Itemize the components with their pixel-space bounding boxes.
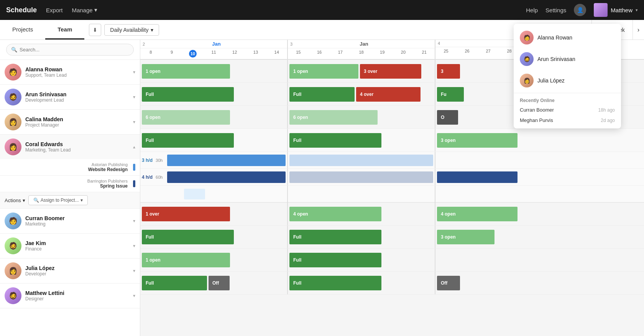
member-section-julia: 👩 Julia López Developer ▾ — [0, 259, 140, 283]
avatar-jae: 🧔 — [5, 237, 21, 254]
member-row-arun[interactable]: 🧔 Arun Srinivasan Development Lead ▾ — [0, 85, 140, 109]
coral-w2-bar: Full — [289, 133, 381, 148]
project-dot-1 — [133, 164, 135, 171]
member-row-matthew[interactable]: 🧔 Matthew Lettini Designer ▾ — [0, 283, 140, 308]
coral-avail-w1-bar — [184, 189, 205, 199]
jae-w1-bar: Full — [142, 230, 234, 244]
manage-link[interactable]: Manage ▾ — [72, 7, 97, 13]
member-row-julia[interactable]: 👩 Julia López Developer ▾ — [0, 259, 140, 283]
week1-number: 2 — [143, 42, 145, 46]
member-chevron-calina: ▾ — [133, 119, 135, 125]
member-role-coral: Marketing, Team Lead — [25, 147, 129, 153]
curran-week1: 1 over — [140, 203, 288, 225]
member-name-curran: Curran Boomer — [25, 215, 129, 221]
dropdown-user-arun[interactable]: 🧔 Arun Srinivasan — [514, 48, 621, 70]
coral-spring-w1-label: 4 h/d — [142, 175, 153, 180]
cal-row-curran: 1 over 4 open 4 open — [140, 203, 644, 226]
coral-website-week1: 3 h/d 30h — [140, 152, 288, 168]
member-info-alanna: Alanna Rowan Support, Team Lead — [25, 66, 129, 78]
day-16: 16 — [309, 48, 330, 56]
sub-nav-middle: ⬇ Daily Availability ▾ — [84, 24, 164, 36]
calina-w2-bar: 6 open — [289, 110, 378, 125]
cal-row-coral-avail — [140, 186, 644, 203]
member-chevron-coral: ▴ — [133, 144, 135, 150]
coral-avail-week2 — [288, 186, 435, 202]
member-section-jae: 🧔 Jae Kim Finance ▾ — [0, 234, 140, 259]
member-chevron-jae: ▾ — [133, 243, 135, 249]
curran-w3-bar: 4 open — [437, 207, 518, 221]
day-9: 9 — [161, 48, 182, 59]
member-role-jae: Finance — [25, 246, 129, 252]
cal-row-coral-main: Full Full 3 open — [140, 129, 644, 152]
settings-link[interactable]: Settings — [545, 7, 566, 13]
dropdown-recent-curran[interactable]: Curran Boomer 18h ago — [514, 105, 621, 115]
availability-chevron-icon: ▾ — [151, 27, 153, 33]
availability-button[interactable]: Daily Availability ▾ — [104, 24, 159, 36]
day-20: 20 — [393, 48, 414, 56]
dropdown-name-arun: Arun Srinivasan — [537, 56, 575, 62]
coral-w3-bar: 3 open — [437, 133, 518, 148]
week3-days: 25 26 27 28 — [435, 47, 520, 55]
help-link[interactable]: Help — [526, 7, 538, 13]
curran-week3: 4 open — [435, 203, 520, 225]
tab-projects[interactable]: Projects — [0, 20, 45, 40]
avatar-arun: 🧔 — [5, 89, 21, 105]
member-info-arun: Arun Srinivasan Development Lead — [25, 91, 129, 103]
julia-w2-bar: Full — [289, 253, 381, 267]
project-name-1: Website Redesign — [23, 167, 128, 172]
project-name-2: Spring Issue — [23, 183, 128, 189]
dropdown-user-julia[interactable]: 👩 Julia López — [514, 70, 621, 91]
user-dropdown: 🧑 Alanna Rowan 🧔 Arun Srinivasan 👩 Julia… — [514, 24, 621, 128]
member-row-curran[interactable]: 🧑 Curran Boomer Marketing ▾ — [0, 209, 140, 233]
calina-week3: O — [435, 106, 520, 128]
member-section-matthew: 🧔 Matthew Lettini Designer ▾ — [0, 283, 140, 308]
dropdown-recent-name-meghan: Meghan Purvis — [520, 117, 553, 123]
calina-week1: 6 open — [140, 106, 288, 128]
tab-team[interactable]: Team — [45, 20, 84, 40]
dropdown-user-alanna[interactable]: 🧑 Alanna Rowan — [514, 27, 621, 48]
assign-chevron-icon: ▾ — [80, 198, 83, 203]
member-section-alanna: 🧑 Alanna Rowan Support, Team Lead ▾ — [0, 60, 140, 85]
member-info-curran: Curran Boomer Marketing — [25, 215, 129, 227]
member-row-alanna[interactable]: 🧑 Alanna Rowan Support, Team Lead ▾ — [0, 60, 140, 84]
user-menu[interactable]: Matthew ▾ — [594, 3, 638, 17]
project-company-2: Barrington Publishers — [23, 179, 128, 183]
export-link[interactable]: Export — [46, 7, 62, 13]
arun-week2: Full 4 over — [288, 83, 435, 105]
dropdown-recently-online-title: Recently Online — [514, 95, 621, 105]
member-chevron-alanna: ▾ — [133, 69, 135, 75]
member-row-jae[interactable]: 🧔 Jae Kim Finance ▾ — [0, 234, 140, 258]
dropdown-recent-meghan[interactable]: Meghan Purvis 2d ago — [514, 115, 621, 125]
search-input[interactable] — [20, 47, 129, 53]
member-name-julia: Julia López — [25, 265, 129, 271]
availability-label: Daily Availability — [110, 27, 148, 33]
coral-avail-week3 — [435, 186, 520, 202]
member-info-coral: Coral Edwards Marketing, Team Lead — [25, 141, 129, 153]
member-name-matthew: Matthew Lettini — [25, 290, 129, 296]
user-icon[interactable]: 👤 — [574, 4, 586, 16]
sidebar: 🔍 🧑 Alanna Rowan Support, Team Lead ▾ 🧔 … — [0, 40, 140, 336]
alanna-w2b-bar: 3 over — [360, 64, 421, 79]
member-info-julia: Julia López Developer — [25, 265, 129, 277]
collapse-button[interactable]: ⬇ — [89, 24, 101, 36]
next-week-button[interactable]: › — [632, 20, 644, 40]
week3-number: 4 — [438, 41, 440, 46]
member-row-calina[interactable]: 👩 Calina Madden Project Manager ▾ — [0, 110, 140, 134]
member-name-arun: Arun Srinivasan — [25, 91, 129, 97]
coral-spring-w2-bar — [289, 171, 433, 183]
project-dot-2 — [133, 180, 135, 187]
member-role-matthew: Designer — [25, 296, 129, 301]
week2-number: 3 — [290, 42, 292, 46]
member-role-arun: Development Lead — [25, 97, 129, 103]
member-row-coral[interactable]: 👩 Coral Edwards Marketing, Team Lead ▴ — [0, 135, 140, 159]
day-21: 21 — [414, 48, 435, 56]
assign-button[interactable]: 🔍 Assign to Project... ▾ — [28, 195, 88, 205]
avatar-matthew: 🧔 — [5, 287, 21, 304]
search-icon: 🔍 — [11, 47, 17, 53]
cal-row-coral-spring: 4 h/d 60h — [140, 169, 644, 186]
actions-button[interactable]: Actions ▾ — [5, 198, 25, 203]
jae-week2: Full — [288, 226, 435, 248]
member-role-curran: Marketing — [25, 221, 129, 227]
dropdown-recent-time-meghan: 2d ago — [601, 118, 615, 123]
day-26: 26 — [457, 47, 478, 55]
